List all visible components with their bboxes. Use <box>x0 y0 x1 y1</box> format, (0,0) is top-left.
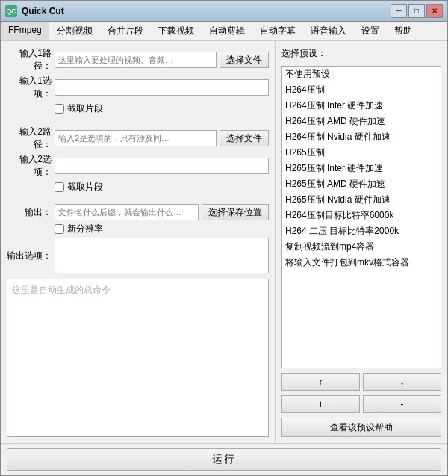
menu-help[interactable]: 帮助 <box>387 22 420 40</box>
preset-item-12[interactable]: 将输入文件打包到mkv格式容器 <box>282 255 441 271</box>
title-bar: QC Quick Cut ─ □ ✕ <box>1 1 447 22</box>
main-window: QC Quick Cut ─ □ ✕ FFmpeg 分割视频 合并片段 下载视频… <box>0 0 448 476</box>
clip-checkbox2-label: 截取片段 <box>67 181 103 194</box>
output-label: 输出： <box>7 206 52 219</box>
preset-item-6[interactable]: H265压制 Inter 硬件加速 <box>282 161 441 176</box>
preset-label: 选择预设： <box>281 47 441 60</box>
input1-option-row: 输入1选项： <box>7 75 269 100</box>
input1-option-label: 输入1选项： <box>7 75 52 100</box>
preset-item-8[interactable]: H265压制 Nvidia 硬件加速 <box>282 192 441 208</box>
preset-help-button[interactable]: 查看该预设帮助 <box>281 418 441 437</box>
left-panel: 输入1路径： 选择文件 输入1选项： 截取片段 输入2路径： <box>1 41 276 443</box>
input2-file-button[interactable]: 选择文件 <box>220 130 269 146</box>
clip-checkbox2-row: 截取片段 <box>7 181 269 194</box>
output-row: 输出： 选择保存位置 <box>7 204 269 220</box>
output-option-field[interactable] <box>55 238 269 273</box>
preset-item-0[interactable]: 不使用预设 <box>282 67 441 82</box>
command-box: 这里是自动生成的总命令 <box>7 279 269 437</box>
input2-path-row: 输入2路径： 选择文件 <box>7 126 269 151</box>
run-button[interactable]: 运行 <box>7 448 441 471</box>
preset-list[interactable]: 不使用预设 H264压制 H264压制 Inter 硬件加速 H264压制 AM… <box>281 66 441 368</box>
input2-path-field[interactable] <box>55 130 217 146</box>
left-form: 输入1路径： 选择文件 输入1选项： 截取片段 输入2路径： <box>7 47 269 437</box>
input1-path-label: 输入1路径： <box>7 47 52 72</box>
preset-item-3[interactable]: H264压制 AMD 硬件加速 <box>282 114 441 129</box>
clip-checkbox1[interactable] <box>55 104 64 114</box>
app-icon: QC <box>5 5 17 17</box>
preset-item-11[interactable]: 复制视频流到mp4容器 <box>282 239 441 255</box>
clip-checkbox2[interactable] <box>55 182 64 192</box>
preset-move-buttons: ↑ ↓ <box>281 373 441 391</box>
command-area: 这里是自动生成的总命令 <box>7 279 269 437</box>
output-field[interactable] <box>55 204 199 220</box>
input2-path-label: 输入2路径： <box>7 126 52 151</box>
preset-add-button[interactable]: + <box>281 395 360 413</box>
preset-add-remove-buttons: + - <box>281 395 441 413</box>
menu-merge-clips[interactable]: 合并片段 <box>100 22 151 40</box>
menu-download-video[interactable]: 下载视频 <box>151 22 202 40</box>
clip-checkbox1-label: 截取片段 <box>67 102 103 115</box>
input2-option-label: 输入2选项： <box>7 153 52 179</box>
main-content: 输入1路径： 选择文件 输入1选项： 截取片段 输入2路径： <box>1 41 447 443</box>
preset-item-9[interactable]: H264压制目标比特率6000k <box>282 208 441 223</box>
menu-voice-input[interactable]: 语音输入 <box>303 22 354 40</box>
minimize-button[interactable]: ─ <box>391 4 407 18</box>
menu-bar: FFmpeg 分割视频 合并片段 下载视频 自动剪辑 自动字幕 语音输入 设置 … <box>1 22 447 41</box>
menu-settings[interactable]: 设置 <box>354 22 387 40</box>
preset-item-7[interactable]: H265压制 AMD 硬件加速 <box>282 176 441 192</box>
window-title: Quick Cut <box>22 6 391 16</box>
input1-path-row: 输入1路径： 选择文件 <box>7 47 269 72</box>
new-framerate-label: 新分辨率 <box>67 223 103 235</box>
preset-item-4[interactable]: H264压制 Nvidia 硬件加速 <box>282 129 441 145</box>
output-save-button[interactable]: 选择保存位置 <box>202 204 269 220</box>
preset-item-5[interactable]: H265压制 <box>282 145 441 161</box>
window-controls: ─ □ ✕ <box>391 4 443 18</box>
input2-option-row: 输入2选项： <box>7 153 269 179</box>
close-button[interactable]: ✕ <box>426 4 443 18</box>
new-framerate-checkbox[interactable] <box>55 224 64 234</box>
preset-down-button[interactable]: ↓ <box>363 373 441 391</box>
menu-split-video[interactable]: 分割视频 <box>49 22 100 40</box>
menu-ffmpeg[interactable]: FFmpeg <box>1 22 49 40</box>
preset-remove-button[interactable]: - <box>363 395 441 413</box>
right-panel: 选择预设： 不使用预设 H264压制 H264压制 Inter 硬件加速 H26… <box>276 41 447 443</box>
preset-item-10[interactable]: H264 二压 目标比特率2000k <box>282 223 441 239</box>
input1-file-button[interactable]: 选择文件 <box>220 52 269 68</box>
new-framerate-row: 新分辨率 <box>7 223 269 235</box>
command-placeholder: 这里是自动生成的总命令 <box>12 285 111 295</box>
maximize-button[interactable]: □ <box>408 4 425 18</box>
input1-option-field[interactable] <box>55 79 269 96</box>
input2-option-field[interactable] <box>55 158 269 174</box>
output-option-label: 输出选项： <box>7 250 52 262</box>
preset-item-2[interactable]: H264压制 Inter 硬件加速 <box>282 98 441 114</box>
input1-path-field[interactable] <box>55 52 217 68</box>
clip-checkbox1-row: 截取片段 <box>7 102 269 115</box>
menu-auto-subtitle[interactable]: 自动字幕 <box>252 22 303 40</box>
preset-up-button[interactable]: ↑ <box>281 373 360 391</box>
menu-auto-edit[interactable]: 自动剪辑 <box>202 22 252 40</box>
output-option-row: 输出选项： <box>7 238 269 273</box>
run-button-bar: 运行 <box>1 443 447 475</box>
preset-item-1[interactable]: H264压制 <box>282 82 441 98</box>
